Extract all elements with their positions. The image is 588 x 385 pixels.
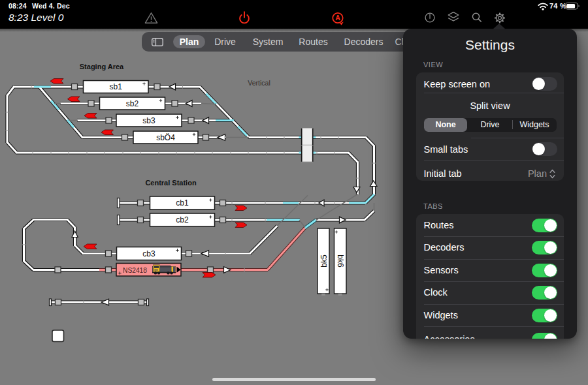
svg-text:NS2418: NS2418 <box>123 266 147 274</box>
svg-text:sbÖ4: sbÖ4 <box>156 133 175 142</box>
svg-text:cb3: cb3 <box>142 249 155 258</box>
svg-text:Staging Area: Staging Area <box>80 63 124 70</box>
svg-text:sb3: sb3 <box>142 116 155 125</box>
svg-text:cb2: cb2 <box>176 215 189 224</box>
svg-text:sb2: sb2 <box>126 99 139 108</box>
svg-text:sb1: sb1 <box>110 82 123 91</box>
svg-text:A: A <box>335 14 340 22</box>
svg-text:cb1: cb1 <box>176 198 189 208</box>
svg-text:Central Station: Central Station <box>145 179 197 187</box>
svg-text:bk6: bk6 <box>336 254 345 268</box>
svg-text:Vertical: Vertical <box>248 79 270 87</box>
svg-text:bk5: bk5 <box>319 254 329 268</box>
